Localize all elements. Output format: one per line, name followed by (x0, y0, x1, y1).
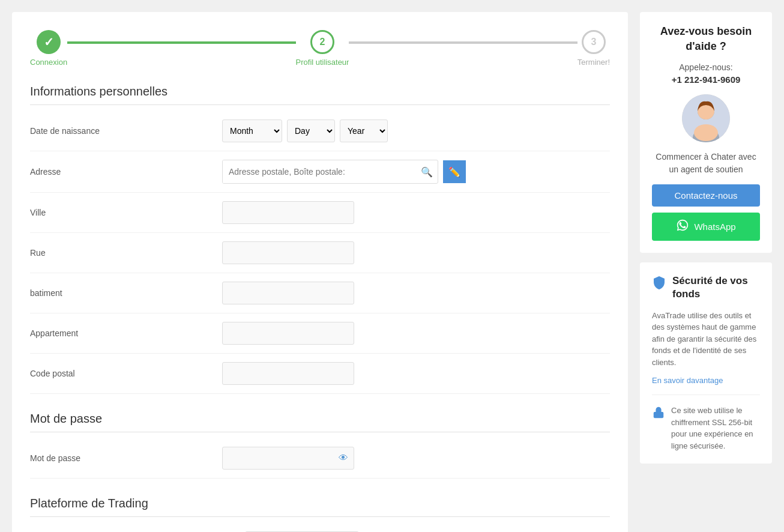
avatar-svg (682, 94, 730, 142)
password-row: Mot de passe 👁 (30, 438, 610, 479)
contact-button[interactable]: Contactez-nous (652, 184, 760, 207)
password-label: Mot de passe (30, 453, 222, 463)
help-panel: Avez-vous besoin d'aide ? Appelez-nous: … (640, 12, 772, 253)
street-label: Rue (30, 248, 222, 258)
street-controls (222, 241, 610, 264)
city-row: Ville (30, 193, 610, 233)
lock-icon (652, 406, 665, 422)
postal-input[interactable] (222, 362, 354, 385)
learn-more-link[interactable]: En savoir davantage (652, 376, 723, 385)
whatsapp-button[interactable]: WhatsApp (652, 213, 760, 241)
address-input-wrapper: 🔍 (222, 160, 438, 184)
address-edit-button[interactable]: ✏️ (443, 160, 466, 183)
street-row: Rue (30, 233, 610, 273)
stepper: ✓ Connexion 2 Profil utilisateur 3 Termi… (30, 30, 610, 67)
day-select[interactable]: Day 1234 5678 910 (287, 119, 335, 142)
personal-info-section: Informations personnelles Date de naissa… (30, 85, 610, 394)
building-row: batiment (30, 273, 610, 313)
apartment-row: Appartement (30, 313, 610, 354)
chat-text: Commencer à Chater avec un agent de sout… (652, 151, 760, 176)
platform-row: Plateforme de Trading 📈 MetaTrader 4 Met… (30, 523, 610, 532)
checkmark-icon: ✓ (44, 35, 54, 49)
year-select[interactable]: Year 200019991998 199719961995 (340, 119, 388, 142)
security-title: Sécurité de vos fonds (672, 274, 760, 301)
postal-controls (222, 362, 610, 385)
postal-row: Code postal (30, 354, 610, 394)
svg-rect-5 (654, 412, 664, 418)
apartment-label: Appartement (30, 328, 222, 338)
avatar-wrapper (652, 94, 760, 142)
step-3: 3 Terminer! (577, 30, 610, 67)
shield-icon (652, 276, 666, 294)
apartment-controls (222, 322, 610, 345)
help-phone-number: +1 212-941-9609 (652, 74, 760, 85)
search-icon: 🔍 (416, 166, 438, 178)
help-call-label: Appelez-nous: (652, 62, 760, 72)
whatsapp-icon (676, 219, 689, 235)
step-1: ✓ Connexion (30, 30, 67, 67)
building-input[interactable] (222, 282, 354, 304)
main-content: ✓ Connexion 2 Profil utilisateur 3 Termi… (12, 12, 628, 532)
step-line-2 (349, 41, 577, 44)
step-2-number: 2 (320, 37, 325, 47)
apartment-input[interactable] (222, 322, 354, 345)
address-row: Adresse 🔍 ✏️ (30, 151, 610, 193)
sidebar: Avez-vous besoin d'aide ? Appelez-nous: … (640, 12, 772, 532)
address-input[interactable] (223, 160, 416, 183)
ssl-row: Ce site web utilise le chiffrement SSL 2… (652, 394, 760, 452)
building-label: batiment (30, 288, 222, 298)
step-3-number: 3 (591, 37, 596, 47)
personal-info-title: Informations personnelles (30, 85, 610, 105)
svg-point-4 (694, 124, 718, 141)
eye-icon[interactable]: 👁 (339, 453, 348, 464)
password-wrapper: 👁 (222, 447, 354, 470)
building-controls (222, 282, 610, 304)
password-input[interactable] (222, 447, 354, 470)
security-panel: Sécurité de vos fonds AvaTrade utilise d… (640, 262, 772, 464)
city-input[interactable] (222, 201, 354, 224)
city-controls (222, 201, 610, 224)
step-1-label: Connexion (30, 58, 67, 67)
password-section: Mot de passe Mot de passe 👁 (30, 412, 610, 479)
agent-avatar (682, 94, 730, 142)
address-controls: 🔍 ✏️ (222, 160, 610, 184)
ssl-text: Ce site web utilise le chiffrement SSL 2… (671, 405, 760, 452)
step-2-circle: 2 (310, 30, 334, 54)
dob-controls: Month JanuaryFebruaryMarch AprilMayJune … (222, 119, 610, 142)
step-line-1 (67, 41, 295, 44)
security-title-row: Sécurité de vos fonds (652, 274, 760, 301)
dob-row: Date de naissance Month JanuaryFebruaryM… (30, 111, 610, 151)
step-3-circle: 3 (582, 30, 606, 54)
security-text: AvaTrade utilise des outils et des systè… (652, 310, 760, 369)
step-2: 2 Profil utilisateur (296, 30, 349, 67)
dob-label: Date de naissance (30, 126, 222, 136)
password-title: Mot de passe (30, 412, 610, 432)
trading-title: Plateforme de Trading (30, 497, 610, 517)
trading-section: Plateforme de Trading Plateforme de Trad… (30, 497, 610, 532)
city-label: Ville (30, 208, 222, 217)
page-wrapper: ✓ Connexion 2 Profil utilisateur 3 Termi… (0, 0, 784, 532)
address-label: Adresse (30, 167, 222, 177)
whatsapp-label: WhatsApp (694, 222, 735, 232)
step-3-label: Terminer! (577, 58, 610, 67)
step-1-circle: ✓ (37, 30, 61, 54)
street-input[interactable] (222, 241, 354, 264)
month-select[interactable]: Month JanuaryFebruaryMarch AprilMayJune … (222, 119, 282, 142)
password-controls: 👁 (222, 447, 610, 470)
postal-label: Code postal (30, 369, 222, 378)
help-title: Avez-vous besoin d'aide ? (652, 24, 760, 54)
step-2-label: Profil utilisateur (296, 58, 349, 67)
